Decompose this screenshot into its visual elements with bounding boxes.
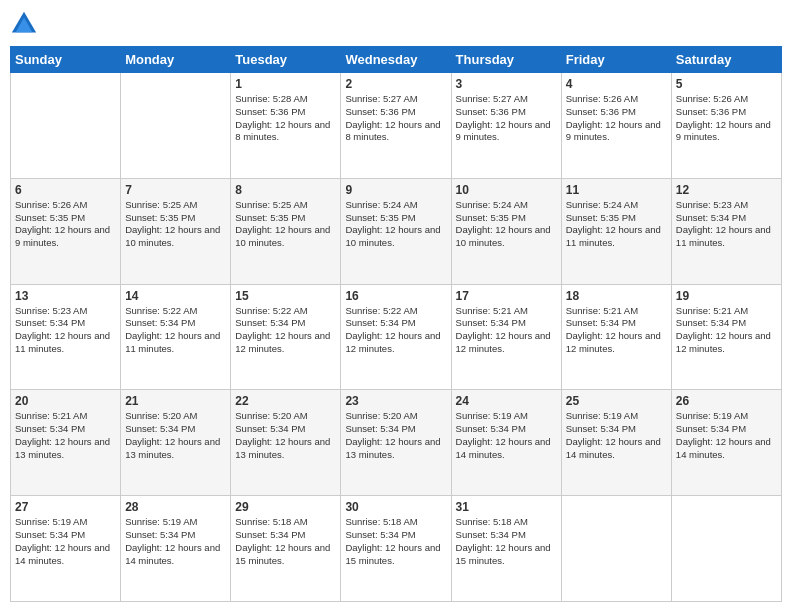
calendar-cell: 17Sunrise: 5:21 AM Sunset: 5:34 PM Dayli…	[451, 284, 561, 390]
day-number: 11	[566, 183, 667, 197]
calendar-cell: 15Sunrise: 5:22 AM Sunset: 5:34 PM Dayli…	[231, 284, 341, 390]
col-monday: Monday	[121, 47, 231, 73]
logo	[10, 10, 42, 38]
calendar-cell: 5Sunrise: 5:26 AM Sunset: 5:36 PM Daylig…	[671, 73, 781, 179]
day-number: 5	[676, 77, 777, 91]
calendar-cell: 22Sunrise: 5:20 AM Sunset: 5:34 PM Dayli…	[231, 390, 341, 496]
day-info: Sunrise: 5:25 AM Sunset: 5:35 PM Dayligh…	[125, 199, 226, 250]
day-info: Sunrise: 5:22 AM Sunset: 5:34 PM Dayligh…	[345, 305, 446, 356]
calendar-cell: 20Sunrise: 5:21 AM Sunset: 5:34 PM Dayli…	[11, 390, 121, 496]
day-number: 18	[566, 289, 667, 303]
day-info: Sunrise: 5:18 AM Sunset: 5:34 PM Dayligh…	[345, 516, 446, 567]
day-info: Sunrise: 5:26 AM Sunset: 5:35 PM Dayligh…	[15, 199, 116, 250]
col-wednesday: Wednesday	[341, 47, 451, 73]
logo-icon	[10, 10, 38, 38]
day-number: 27	[15, 500, 116, 514]
calendar-cell: 14Sunrise: 5:22 AM Sunset: 5:34 PM Dayli…	[121, 284, 231, 390]
calendar-cell: 24Sunrise: 5:19 AM Sunset: 5:34 PM Dayli…	[451, 390, 561, 496]
day-number: 9	[345, 183, 446, 197]
day-number: 12	[676, 183, 777, 197]
day-number: 22	[235, 394, 336, 408]
day-info: Sunrise: 5:28 AM Sunset: 5:36 PM Dayligh…	[235, 93, 336, 144]
day-number: 25	[566, 394, 667, 408]
calendar-cell: 30Sunrise: 5:18 AM Sunset: 5:34 PM Dayli…	[341, 496, 451, 602]
day-info: Sunrise: 5:26 AM Sunset: 5:36 PM Dayligh…	[566, 93, 667, 144]
day-number: 19	[676, 289, 777, 303]
calendar-cell: 6Sunrise: 5:26 AM Sunset: 5:35 PM Daylig…	[11, 178, 121, 284]
calendar-cell: 27Sunrise: 5:19 AM Sunset: 5:34 PM Dayli…	[11, 496, 121, 602]
day-info: Sunrise: 5:19 AM Sunset: 5:34 PM Dayligh…	[676, 410, 777, 461]
calendar-cell: 7Sunrise: 5:25 AM Sunset: 5:35 PM Daylig…	[121, 178, 231, 284]
calendar-cell: 26Sunrise: 5:19 AM Sunset: 5:34 PM Dayli…	[671, 390, 781, 496]
day-info: Sunrise: 5:21 AM Sunset: 5:34 PM Dayligh…	[566, 305, 667, 356]
calendar-cell: 12Sunrise: 5:23 AM Sunset: 5:34 PM Dayli…	[671, 178, 781, 284]
week-row-4: 20Sunrise: 5:21 AM Sunset: 5:34 PM Dayli…	[11, 390, 782, 496]
day-number: 8	[235, 183, 336, 197]
day-number: 30	[345, 500, 446, 514]
day-info: Sunrise: 5:21 AM Sunset: 5:34 PM Dayligh…	[456, 305, 557, 356]
day-number: 23	[345, 394, 446, 408]
day-info: Sunrise: 5:26 AM Sunset: 5:36 PM Dayligh…	[676, 93, 777, 144]
calendar-table: Sunday Monday Tuesday Wednesday Thursday…	[10, 46, 782, 602]
day-number: 4	[566, 77, 667, 91]
day-info: Sunrise: 5:27 AM Sunset: 5:36 PM Dayligh…	[456, 93, 557, 144]
day-info: Sunrise: 5:19 AM Sunset: 5:34 PM Dayligh…	[15, 516, 116, 567]
header-row: Sunday Monday Tuesday Wednesday Thursday…	[11, 47, 782, 73]
calendar-cell	[11, 73, 121, 179]
day-number: 2	[345, 77, 446, 91]
col-saturday: Saturday	[671, 47, 781, 73]
day-number: 13	[15, 289, 116, 303]
day-info: Sunrise: 5:20 AM Sunset: 5:34 PM Dayligh…	[235, 410, 336, 461]
calendar-cell: 8Sunrise: 5:25 AM Sunset: 5:35 PM Daylig…	[231, 178, 341, 284]
day-number: 20	[15, 394, 116, 408]
day-info: Sunrise: 5:19 AM Sunset: 5:34 PM Dayligh…	[125, 516, 226, 567]
week-row-2: 6Sunrise: 5:26 AM Sunset: 5:35 PM Daylig…	[11, 178, 782, 284]
day-info: Sunrise: 5:24 AM Sunset: 5:35 PM Dayligh…	[566, 199, 667, 250]
week-row-5: 27Sunrise: 5:19 AM Sunset: 5:34 PM Dayli…	[11, 496, 782, 602]
calendar-cell: 10Sunrise: 5:24 AM Sunset: 5:35 PM Dayli…	[451, 178, 561, 284]
day-number: 10	[456, 183, 557, 197]
day-number: 29	[235, 500, 336, 514]
week-row-3: 13Sunrise: 5:23 AM Sunset: 5:34 PM Dayli…	[11, 284, 782, 390]
day-info: Sunrise: 5:23 AM Sunset: 5:34 PM Dayligh…	[676, 199, 777, 250]
calendar-cell: 2Sunrise: 5:27 AM Sunset: 5:36 PM Daylig…	[341, 73, 451, 179]
day-number: 6	[15, 183, 116, 197]
day-info: Sunrise: 5:25 AM Sunset: 5:35 PM Dayligh…	[235, 199, 336, 250]
calendar-cell: 19Sunrise: 5:21 AM Sunset: 5:34 PM Dayli…	[671, 284, 781, 390]
calendar-cell: 13Sunrise: 5:23 AM Sunset: 5:34 PM Dayli…	[11, 284, 121, 390]
day-info: Sunrise: 5:22 AM Sunset: 5:34 PM Dayligh…	[235, 305, 336, 356]
calendar-cell: 28Sunrise: 5:19 AM Sunset: 5:34 PM Dayli…	[121, 496, 231, 602]
day-info: Sunrise: 5:18 AM Sunset: 5:34 PM Dayligh…	[235, 516, 336, 567]
calendar-cell: 31Sunrise: 5:18 AM Sunset: 5:34 PM Dayli…	[451, 496, 561, 602]
day-number: 24	[456, 394, 557, 408]
calendar-cell: 21Sunrise: 5:20 AM Sunset: 5:34 PM Dayli…	[121, 390, 231, 496]
day-number: 14	[125, 289, 226, 303]
day-number: 26	[676, 394, 777, 408]
calendar-cell: 18Sunrise: 5:21 AM Sunset: 5:34 PM Dayli…	[561, 284, 671, 390]
day-info: Sunrise: 5:24 AM Sunset: 5:35 PM Dayligh…	[345, 199, 446, 250]
day-info: Sunrise: 5:27 AM Sunset: 5:36 PM Dayligh…	[345, 93, 446, 144]
day-number: 7	[125, 183, 226, 197]
calendar-cell: 11Sunrise: 5:24 AM Sunset: 5:35 PM Dayli…	[561, 178, 671, 284]
calendar-cell: 4Sunrise: 5:26 AM Sunset: 5:36 PM Daylig…	[561, 73, 671, 179]
day-info: Sunrise: 5:20 AM Sunset: 5:34 PM Dayligh…	[125, 410, 226, 461]
day-info: Sunrise: 5:21 AM Sunset: 5:34 PM Dayligh…	[676, 305, 777, 356]
calendar-cell	[121, 73, 231, 179]
day-number: 15	[235, 289, 336, 303]
day-info: Sunrise: 5:19 AM Sunset: 5:34 PM Dayligh…	[456, 410, 557, 461]
day-number: 1	[235, 77, 336, 91]
calendar-cell	[671, 496, 781, 602]
col-friday: Friday	[561, 47, 671, 73]
calendar-cell: 9Sunrise: 5:24 AM Sunset: 5:35 PM Daylig…	[341, 178, 451, 284]
col-thursday: Thursday	[451, 47, 561, 73]
day-number: 3	[456, 77, 557, 91]
calendar-cell: 25Sunrise: 5:19 AM Sunset: 5:34 PM Dayli…	[561, 390, 671, 496]
day-info: Sunrise: 5:21 AM Sunset: 5:34 PM Dayligh…	[15, 410, 116, 461]
day-number: 31	[456, 500, 557, 514]
calendar-cell	[561, 496, 671, 602]
calendar-cell: 1Sunrise: 5:28 AM Sunset: 5:36 PM Daylig…	[231, 73, 341, 179]
header	[10, 10, 782, 38]
day-number: 16	[345, 289, 446, 303]
week-row-1: 1Sunrise: 5:28 AM Sunset: 5:36 PM Daylig…	[11, 73, 782, 179]
day-info: Sunrise: 5:22 AM Sunset: 5:34 PM Dayligh…	[125, 305, 226, 356]
